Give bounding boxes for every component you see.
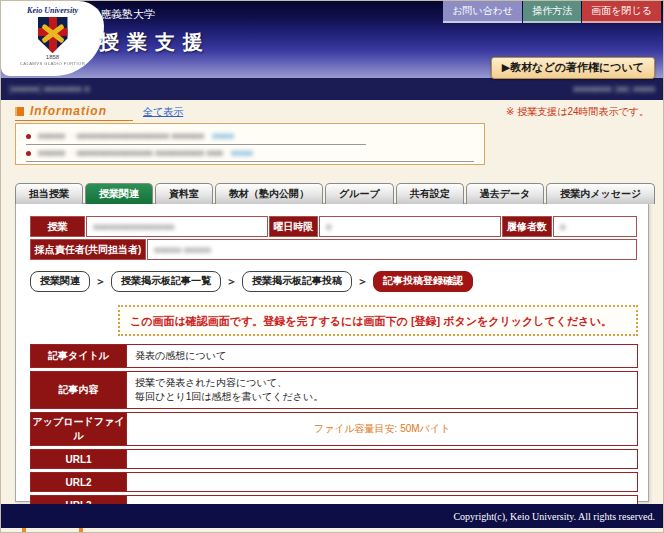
- tab-past-data[interactable]: 過去データ: [466, 183, 544, 204]
- info-item-link[interactable]: ■■■■: [231, 148, 253, 158]
- table-row: URL1: [30, 449, 638, 469]
- breadcrumb-class-related[interactable]: 授業関連: [30, 271, 90, 292]
- chevron-right-icon: ＞: [357, 274, 368, 289]
- information-title: Information: [30, 104, 107, 118]
- information-item: ■■■■■ ・■■■■■■■■■■■■■■■■■ ■■■■■■ ■■■■: [26, 128, 366, 145]
- url2-label: URL2: [31, 473, 127, 491]
- contact-button[interactable]: お問い合わせ: [443, 1, 522, 23]
- information-icon: [15, 107, 24, 116]
- content-area: Information 全て表示 ※ 授業支援は24時間表示です。 ■■■■■ …: [1, 100, 663, 506]
- header: Keio University 1858 CALAMVS GLADIO FORT…: [1, 1, 663, 78]
- tab-class-messages[interactable]: 授業内メッセージ: [546, 183, 655, 204]
- close-screen-button[interactable]: 画面を閉じる: [582, 1, 661, 23]
- datetime-text: ■■■■■■■ (■■) ■■■■: [573, 84, 655, 94]
- main-panel: 授業 ■■■■■■■■■■■■■■■ 曜日時限 ■ 履修者数 ■ 採点責任者(共…: [15, 203, 649, 502]
- url1-value: [127, 450, 637, 468]
- show-all-link[interactable]: 全て表示: [143, 105, 183, 121]
- 24h-note: ※ 授業支援は24時間表示です。: [506, 105, 649, 121]
- article-title-label: 記事タイトル: [31, 345, 127, 367]
- university-name: 慶應義塾大学: [89, 7, 155, 22]
- url2-value: [127, 473, 637, 491]
- day-period-value: ■: [319, 216, 501, 237]
- information-box: ■■■■■ ・■■■■■■■■■■■■■■■■■ ■■■■■■ ■■■■ ■■■…: [15, 123, 485, 165]
- logo-motto: CALAMVS GLADIO FORTIOR: [9, 60, 97, 65]
- day-period-label: 曜日時限: [269, 216, 318, 237]
- article-body-value: 授業で発表された内容について、 毎回ひとり1回は感想を書いてください。: [127, 372, 637, 408]
- class-info-table: 授業 ■■■■■■■■■■■■■■■ 曜日時限 ■ 履修者数 ■ 採点責任者(共…: [30, 216, 638, 260]
- upload-file-value: ファイル容量目安: 50Mバイト: [127, 413, 637, 445]
- table-row: 記事内容 授業で発表された内容について、 毎回ひとり1回は感想を書いてください。: [30, 371, 638, 409]
- enrolled-label: 履修者数: [502, 216, 552, 237]
- grader-value: ■■■■■ ■■■■■: [147, 239, 637, 260]
- tab-assigned-classes[interactable]: 担当授業: [15, 183, 83, 204]
- materials-copyright-button[interactable]: ▶教材などの著作権について: [491, 57, 655, 79]
- class-label: 授業: [30, 216, 85, 237]
- url1-label: URL1: [31, 450, 127, 468]
- article-body-label: 記事内容: [31, 372, 127, 408]
- confirm-message-box: この画面は確認画面です。登録を完了するには画面下の [登録] ボタンをクリックし…: [118, 305, 638, 336]
- upload-file-label: アップロードファイル: [31, 413, 127, 445]
- confirm-message: この画面は確認画面です。登録を完了するには画面下の [登録] ボタンをクリックし…: [130, 315, 612, 327]
- table-row: 記事タイトル 発表の感想について: [30, 344, 638, 368]
- breadcrumb: 授業関連 ＞ 授業掲示板記事一覧 ＞ 授業掲示板記事投稿 ＞ 記事投稿登録確認: [30, 271, 634, 292]
- app-title: 授業支援: [99, 29, 211, 56]
- tab-group[interactable]: グループ: [325, 183, 394, 204]
- copyright-text: Copyright(c), Keio University. All right…: [453, 511, 655, 522]
- enrolled-value: ■: [553, 216, 637, 237]
- user-bar: [■■■■■] ■■■■■■■ ■ ■■■■■■■ (■■) ■■■■: [1, 78, 663, 100]
- information-header: Information 全て表示 ※ 授業支援は24時間表示です。: [15, 104, 649, 121]
- footer: Copyright(c), Keio University. All right…: [1, 504, 663, 528]
- table-row: アップロードファイル ファイル容量目安: 50Mバイト: [30, 412, 638, 446]
- info-item-link[interactable]: ■■■■: [212, 131, 234, 141]
- breadcrumb-article-post[interactable]: 授業掲示板記事投稿: [242, 271, 352, 292]
- bullet-icon: [26, 134, 31, 139]
- tab-class-related[interactable]: 授業関連: [85, 183, 153, 204]
- logo-year: 1858: [1, 54, 104, 60]
- chevron-right-icon: ＞: [95, 274, 106, 289]
- info-item-text: ■■■■■ ・■■■■■■■■■■■■■■ ■■■■■■■■■ ■■■: [38, 147, 223, 160]
- how-to-button[interactable]: 操作方法: [523, 1, 581, 23]
- class-support-page: Keio University 1858 CALAMVS GLADIO FORT…: [0, 0, 664, 533]
- file-size-note: ファイル容量目安: 50Mバイト: [135, 422, 629, 436]
- keio-shield-icon: [38, 17, 68, 53]
- tab-materials[interactable]: 教材（塾内公開）: [215, 183, 323, 204]
- bullet-icon: [26, 151, 31, 156]
- table-row: URL2: [30, 472, 638, 492]
- grader-label: 採点責任者(共同担当者): [30, 239, 146, 260]
- class-value: ■■■■■■■■■■■■■■■: [86, 216, 268, 237]
- chevron-right-icon: ＞: [226, 274, 237, 289]
- article-title-value: 発表の感想について: [127, 345, 637, 367]
- breadcrumb-post-confirm: 記事投稿登録確認: [373, 271, 473, 292]
- header-buttons: お問い合わせ 操作方法 画面を閉じる: [443, 1, 661, 23]
- tab-document-room[interactable]: 資料室: [155, 183, 213, 204]
- article-form-table: 記事タイトル 発表の感想について 記事内容 授業で発表された内容について、 毎回…: [30, 344, 638, 515]
- info-item-text: ■■■■■ ・■■■■■■■■■■■■■■■■■ ■■■■■■: [38, 130, 204, 143]
- breadcrumb-article-list[interactable]: 授業掲示板記事一覧: [111, 271, 221, 292]
- information-item: ■■■■■ ・■■■■■■■■■■■■■■ ■■■■■■■■■ ■■■ ■■■■: [26, 145, 474, 162]
- user-info-text: [■■■■■] ■■■■■■■ ■: [9, 84, 90, 94]
- tab-bar: 担当授業 授業関連 資料室 教材（塾内公開） グループ 共有設定 過去データ 授…: [15, 183, 649, 204]
- tab-share-settings[interactable]: 共有設定: [396, 183, 464, 204]
